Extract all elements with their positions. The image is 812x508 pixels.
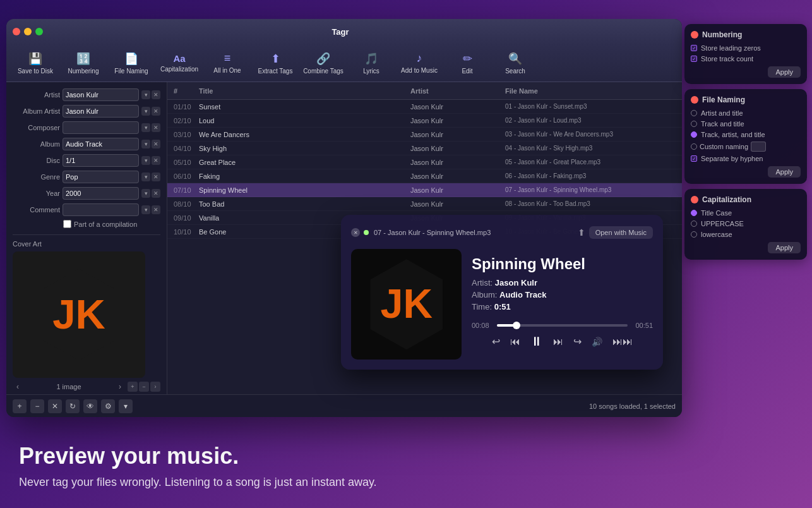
- cover-art-more-btn[interactable]: ›: [150, 382, 160, 392]
- cancel-button[interactable]: ✕: [48, 399, 62, 413]
- composer-clear-btn[interactable]: ✕: [152, 123, 160, 132]
- artist-field-row: Artist Jason Kulr ▾ ✕: [13, 88, 160, 101]
- file-naming-apply-button[interactable]: Apply: [768, 166, 801, 178]
- composer-input[interactable]: [63, 121, 139, 134]
- track-num: 08/10: [167, 200, 199, 208]
- numbering-button[interactable]: 🔢 Numbering: [61, 47, 106, 80]
- capitalization-button[interactable]: Aa Capitalization: [157, 47, 202, 80]
- title-case-option: Title Case: [691, 209, 801, 217]
- track-title: Sky High: [199, 145, 410, 152]
- artist-clear-btn[interactable]: ✕: [152, 90, 160, 99]
- track-row[interactable]: 03/10 We Are Dancers Jason Kulr 03 - Jas…: [167, 128, 682, 142]
- track-artist: Jason Kulr: [410, 172, 505, 180]
- composer-field-row: Composer ▾ ✕: [13, 121, 160, 134]
- track-row[interactable]: 02/10 Loud Jason Kulr 02 - Jason Kulr - …: [167, 114, 682, 128]
- open-with-music-button[interactable]: Open with Music: [589, 226, 653, 239]
- disc-clear-btn[interactable]: ✕: [152, 156, 160, 165]
- numbering-apply-button[interactable]: Apply: [768, 66, 801, 78]
- share-button[interactable]: ⬆: [574, 225, 589, 240]
- separator-checkbox[interactable]: ✓: [691, 155, 697, 162]
- custom-naming-label: Custom naming: [700, 143, 748, 150]
- track-row[interactable]: 08/10 Too Bad Jason Kulr 08 - Jason Kulr…: [167, 197, 682, 211]
- genre-dropdown-btn[interactable]: ▾: [141, 172, 150, 181]
- file-naming-close-button[interactable]: [691, 96, 698, 104]
- artist-dropdown-btn[interactable]: ▾: [141, 90, 150, 99]
- album-input[interactable]: Audio Track: [63, 138, 139, 150]
- uppercase-radio[interactable]: [691, 221, 697, 227]
- year-dropdown-btn[interactable]: ▾: [141, 189, 150, 198]
- disc-dropdown-btn[interactable]: ▾: [141, 156, 150, 165]
- comment-clear-btn[interactable]: ✕: [152, 205, 160, 214]
- preview-button[interactable]: 👁: [83, 399, 97, 413]
- genre-clear-btn[interactable]: ✕: [152, 172, 160, 181]
- skip-back-button[interactable]: ⏮: [510, 336, 520, 348]
- track-num: 10/10: [167, 228, 199, 236]
- album-artist-clear-btn[interactable]: ✕: [152, 107, 160, 116]
- custom-naming-input[interactable]: [751, 142, 766, 152]
- capitalization-apply-button[interactable]: Apply: [768, 242, 801, 253]
- custom-naming-radio[interactable]: [691, 143, 697, 150]
- composer-dropdown-btn[interactable]: ▾: [141, 123, 150, 132]
- rewind-button[interactable]: ↩: [492, 336, 500, 348]
- edit-label: Edit: [462, 68, 472, 75]
- track-title-radio[interactable]: [691, 121, 697, 127]
- all-in-one-button[interactable]: ≡ All in One: [205, 47, 250, 80]
- title-bar: Tagr: [6, 19, 682, 44]
- album-artist-input[interactable]: Jason Kulr: [63, 105, 139, 118]
- numbering-panel: Numbering ✓ Store leading zeros ✓ Store …: [684, 24, 807, 84]
- year-clear-btn[interactable]: ✕: [152, 189, 160, 198]
- artist-title-radio[interactable]: [691, 110, 697, 116]
- album-dropdown-btn[interactable]: ▾: [141, 140, 150, 148]
- album-artist-dropdown-btn[interactable]: ▾: [141, 107, 150, 116]
- cover-art-remove-btn[interactable]: −: [139, 382, 149, 392]
- settings-button[interactable]: ⚙: [101, 399, 115, 413]
- save-to-disk-button[interactable]: 💾 Save to Disk: [13, 47, 58, 80]
- track-row[interactable]: 07/10 Spinning Wheel Jason Kulr 07 - Jas…: [167, 183, 682, 197]
- add-track-button[interactable]: +: [13, 399, 27, 413]
- cover-art-next-btn[interactable]: ›: [115, 382, 125, 392]
- remove-track-button[interactable]: −: [30, 399, 44, 413]
- leading-zeros-checkbox[interactable]: ✓: [691, 45, 697, 51]
- track-row[interactable]: 01/10 Sunset Jason Kulr 01 - Jason Kulr …: [167, 100, 682, 114]
- year-input[interactable]: 2000: [63, 187, 139, 200]
- fast-forward-button[interactable]: ↪: [573, 336, 582, 348]
- comment-input[interactable]: [63, 203, 139, 216]
- track-row[interactable]: 06/10 Faking Jason Kulr 06 - Jason Kulr …: [167, 169, 682, 183]
- track-artist-title-option: Track, artist, and title: [691, 131, 801, 138]
- numbering-close-button[interactable]: [691, 31, 698, 39]
- album-clear-btn[interactable]: ✕: [152, 140, 160, 148]
- player-close-button[interactable]: ✕: [351, 228, 360, 237]
- extract-tags-button[interactable]: ⬆ Extract Tags: [253, 47, 298, 80]
- next-track-button[interactable]: ⏭⏭: [612, 336, 633, 348]
- search-button[interactable]: 🔍 Search: [493, 47, 538, 80]
- more-button[interactable]: ▾: [119, 399, 133, 413]
- cover-art-prev-btn[interactable]: ‹: [13, 382, 23, 392]
- file-naming-button[interactable]: 📄 File Naming: [109, 47, 154, 80]
- lowercase-radio[interactable]: [691, 231, 697, 238]
- edit-button[interactable]: ✏ Edit: [445, 47, 490, 80]
- track-count-checkbox[interactable]: ✓: [691, 56, 697, 62]
- search-label: Search: [505, 68, 525, 75]
- title-case-radio[interactable]: [691, 210, 697, 216]
- lyrics-button[interactable]: 🎵 Lyrics: [349, 47, 394, 80]
- track-row[interactable]: 04/10 Sky High Jason Kulr 04 - Jason Kul…: [167, 142, 682, 155]
- genre-input[interactable]: Pop: [63, 171, 139, 183]
- capitalization-close-button[interactable]: [691, 196, 698, 203]
- track-artist-title-radio[interactable]: [691, 131, 697, 138]
- track-row[interactable]: 05/10 Great Place Jason Kulr 05 - Jason …: [167, 155, 682, 169]
- track-num: 02/10: [167, 117, 199, 124]
- cover-art-add-btn[interactable]: +: [128, 382, 138, 392]
- combine-tags-button[interactable]: 🔗 Combine Tags: [301, 47, 346, 80]
- skip-forward-button[interactable]: ⏭: [553, 336, 563, 348]
- progress-bar[interactable]: [497, 324, 628, 327]
- artist-input[interactable]: Jason Kulr: [63, 88, 139, 101]
- compilation-checkbox[interactable]: [63, 220, 71, 228]
- comment-dropdown-btn[interactable]: ▾: [141, 205, 150, 214]
- player-top-bar: ✕ 07 - Jason Kulr - Spinning Wheel.mp3 ⬆…: [351, 225, 653, 240]
- disc-input[interactable]: 1/1: [63, 154, 139, 167]
- add-to-music-button[interactable]: ♪ Add to Music: [397, 47, 442, 80]
- track-filename: 07 - Jason Kulr - Spinning Wheel.mp3: [505, 186, 682, 193]
- cover-art-controls: ‹ 1 image › + − ›: [13, 382, 160, 392]
- refresh-button[interactable]: ↻: [66, 399, 80, 413]
- play-pause-button[interactable]: ⏸: [530, 334, 543, 349]
